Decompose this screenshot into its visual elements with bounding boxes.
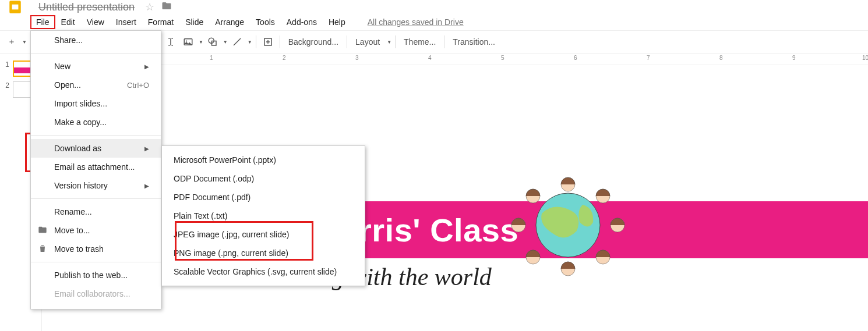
shape-icon [204, 34, 221, 50]
svg-rect-1 [12, 5, 19, 10]
new-slide-button[interactable]: ＋ ▼ [3, 34, 27, 50]
ruler-tick: 10 [862, 55, 868, 61]
ruler-tick: 2 [283, 55, 286, 61]
chevron-right-icon: ▶ [144, 183, 149, 189]
image-button[interactable]: ▼ [180, 34, 203, 50]
submenu-item-odp[interactable]: ODP Document (.odp) [162, 169, 365, 188]
text-cursor-icon[interactable] [163, 34, 179, 50]
layout-label: Layout [351, 35, 384, 49]
chevron-down-icon: ▼ [248, 40, 252, 45]
menu-item-move-to-trash[interactable]: Move to trash [31, 240, 161, 258]
menu-item-rename[interactable]: Rename... [31, 202, 161, 221]
shortcut-label: Ctrl+O [127, 81, 149, 90]
ruler-tick: 4 [428, 55, 432, 61]
chevron-down-icon: ▼ [199, 40, 203, 45]
document-title[interactable]: Untitled presentation [27, 1, 135, 13]
folder-icon[interactable] [161, 1, 172, 14]
line-icon [229, 34, 245, 50]
svg-line-6 [234, 38, 241, 45]
chevron-down-icon: ▼ [223, 40, 228, 45]
menu-separator [31, 262, 161, 262]
slide-number: 2 [3, 81, 9, 90]
separator [395, 35, 396, 48]
submenu-item-png[interactable]: PNG image (.png, current slide) [162, 244, 365, 262]
add-comment-icon[interactable] [260, 34, 276, 50]
menu-slide[interactable]: Slide [179, 15, 209, 29]
menu-addons[interactable]: Add-ons [281, 15, 323, 29]
chevron-down-icon: ▼ [22, 40, 27, 45]
menu-item-email-collaborators: Email collaborators... [31, 284, 161, 303]
menu-item-new[interactable]: New▶ [31, 57, 161, 76]
submenu-item-pptx[interactable]: Microsoft PowerPoint (.pptx) [162, 151, 365, 169]
download-as-submenu: Microsoft PowerPoint (.pptx) ODP Documen… [161, 145, 365, 286]
menu-separator [31, 198, 161, 199]
ruler-tick: 6 [574, 55, 577, 61]
folder-icon [38, 225, 47, 236]
menu-item-download-as[interactable]: Download as▶ [31, 139, 161, 158]
globe-kids-graphic [507, 173, 629, 266]
chevron-right-icon: ▶ [144, 63, 149, 70]
separator [256, 35, 256, 48]
menu-item-version-history[interactable]: Version history▶ [31, 176, 161, 195]
menu-insert[interactable]: Insert [110, 15, 142, 29]
ruler-tick: 3 [355, 55, 359, 61]
submenu-item-svg[interactable]: Scalable Vector Graphics (.svg, current … [162, 262, 365, 281]
slide-number: 1 [3, 60, 9, 69]
image-icon [180, 34, 196, 50]
menu-edit[interactable]: Edit [55, 15, 81, 29]
menu-file[interactable]: File [30, 15, 55, 29]
title-row: Untitled presentation ☆ [0, 0, 868, 14]
chevron-right-icon: ▶ [144, 145, 149, 152]
horizontal-ruler: 1 2 3 4 5 6 7 8 9 10 [42, 54, 868, 65]
ruler-tick: 8 [719, 55, 723, 61]
menubar: File Edit View Insert Format Slide Arran… [0, 14, 868, 30]
menu-item-copy[interactable]: Make a copy... [31, 113, 161, 131]
slides-logo-icon[interactable] [3, 0, 27, 15]
menu-item-email-attachment[interactable]: Email as attachment... [31, 158, 161, 176]
star-icon[interactable]: ☆ [145, 1, 154, 13]
save-status[interactable]: All changes saved in Drive [368, 17, 464, 27]
menu-arrange[interactable]: Arrange [209, 15, 250, 29]
menu-item-import[interactable]: Import slides... [31, 94, 161, 113]
submenu-item-pdf[interactable]: PDF Document (.pdf) [162, 188, 365, 207]
ruler-tick: 1 [210, 55, 213, 61]
trash-icon [38, 244, 47, 255]
separator [444, 35, 444, 48]
ruler-tick: 5 [501, 55, 504, 61]
transition-button[interactable]: Transition... [448, 35, 500, 49]
menu-separator [31, 53, 161, 54]
menu-tools[interactable]: Tools [250, 15, 281, 29]
menu-item-open[interactable]: Open...Ctrl+O [31, 76, 161, 94]
menu-item-share[interactable]: Share... [31, 31, 161, 49]
menu-item-move-to[interactable]: Move to... [31, 221, 161, 240]
menu-format[interactable]: Format [142, 15, 179, 29]
ruler-tick: 9 [792, 55, 796, 61]
menu-separator [31, 135, 161, 136]
shape-button[interactable]: ▼ [204, 34, 228, 50]
chevron-down-icon: ▼ [387, 40, 391, 45]
separator [280, 35, 280, 48]
background-button[interactable]: Background... [284, 35, 343, 49]
layout-button[interactable]: Layout ▼ [351, 35, 391, 49]
submenu-item-jpeg[interactable]: JPEG image (.jpg, current slide) [162, 225, 365, 244]
menu-view[interactable]: View [81, 15, 110, 29]
file-menu-dropdown: Share... New▶ Open...Ctrl+O Import slide… [30, 30, 161, 309]
ruler-tick: 7 [647, 55, 650, 61]
menu-item-publish[interactable]: Publish to the web... [31, 266, 161, 284]
submenu-item-txt[interactable]: Plain Text (.txt) [162, 207, 365, 225]
menu-help[interactable]: Help [323, 15, 351, 29]
theme-button[interactable]: Theme... [399, 35, 440, 49]
plus-icon: ＋ [3, 34, 20, 50]
separator [347, 35, 347, 48]
svg-point-3 [186, 40, 187, 41]
line-button[interactable]: ▼ [229, 34, 252, 50]
